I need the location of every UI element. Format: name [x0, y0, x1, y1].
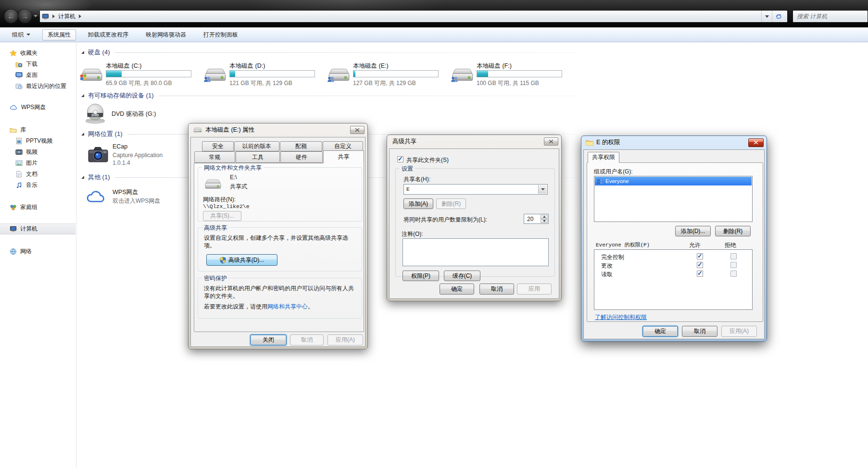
user-limit-spinner[interactable]: 20: [524, 214, 549, 224]
add-user-button[interactable]: 添加(D)...: [675, 226, 711, 236]
share-button[interactable]: 共享(S)...: [203, 211, 241, 221]
ecap-name: ECap: [113, 143, 127, 150]
read-allow-checkbox[interactable]: [697, 271, 703, 277]
drive-item-d[interactable]: 本地磁盘 (D:) 121 GB 可用, 共 129 GB: [203, 62, 325, 86]
close-button[interactable]: [748, 138, 764, 147]
tab-share-permissions[interactable]: 共享权限: [588, 152, 619, 163]
drive-item-e[interactable]: 本地磁盘 (E:) 127 GB 可用, 共 129 GB: [327, 62, 448, 86]
change-allow-checkbox[interactable]: [697, 262, 703, 268]
capacity-bar: [353, 70, 439, 77]
section-title: 硬盘 (4): [88, 48, 110, 57]
full-control-deny-checkbox[interactable]: [730, 253, 737, 259]
toolbar-organize[interactable]: 组织: [7, 29, 36, 40]
user-row-everyone[interactable]: Everyone: [595, 177, 752, 185]
sidebar-divider: [76, 42, 76, 468]
users-listbox[interactable]: Everyone: [594, 176, 753, 222]
tab-customize[interactable]: 自定义: [323, 141, 363, 151]
sidebar-item-pptv-video[interactable]: PPTV视频: [0, 135, 75, 147]
combo-dropdown-button[interactable]: [538, 185, 547, 194]
sidebar-item-favorites[interactable]: 收藏夹: [0, 48, 75, 59]
network-sharing-center-link[interactable]: 网络和共享中心: [267, 303, 308, 310]
drive-item-f[interactable]: 本地磁盘 (F:) 100 GB 可用, 共 115 GB: [451, 62, 572, 86]
properties-dialog-titlebar[interactable]: 本地磁盘 (E:) 属性: [189, 123, 367, 136]
back-button[interactable]: ←: [4, 9, 18, 24]
caching-button[interactable]: 缓存(C): [444, 271, 480, 281]
button-label: 高级共享(D)...: [228, 256, 264, 264]
ok-button[interactable]: 确定: [440, 283, 474, 295]
forward-button[interactable]: →: [18, 9, 32, 24]
read-deny-checkbox[interactable]: [730, 271, 737, 277]
drive-item-c[interactable]: 本地磁盘 (C:) 65.9 GB 可用, 共 80.0 GB: [80, 62, 201, 86]
cancel-button[interactable]: 取消: [682, 326, 717, 337]
tab-hardware[interactable]: 硬件: [280, 151, 323, 163]
recent-pages-dropdown-icon[interactable]: [34, 15, 38, 17]
sidebar-item-documents[interactable]: 文档: [0, 169, 75, 180]
remove-user-button[interactable]: 删除(R): [715, 226, 751, 236]
hint-suffix: 。: [308, 303, 314, 310]
advanced-sharing-titlebar[interactable]: 高级共享: [387, 135, 561, 148]
sidebar-label: PPTV视频: [26, 137, 52, 145]
toolbar-map-network-drive[interactable]: 映射网络驱动器: [140, 29, 191, 40]
address-history-dropdown[interactable]: [761, 11, 772, 22]
password-protection-group: 密码保护 没有此计算机的用户帐户和密码的用户可以访问与所有人共享的文件夹。 若要…: [198, 278, 362, 319]
sidebar-item-homegroup[interactable]: 家庭组: [0, 202, 75, 213]
permissions-listbox[interactable]: 完全控制 更改 读取: [594, 249, 753, 310]
tab-sharing[interactable]: 共享: [323, 150, 364, 163]
capacity-fill: [477, 71, 488, 77]
sidebar-item-music[interactable]: 音乐: [0, 180, 75, 191]
apply-button[interactable]: 应用(A): [327, 334, 363, 345]
sidebar-item-desktop[interactable]: 桌面: [0, 70, 75, 81]
tab-security[interactable]: 安全: [202, 141, 234, 151]
apply-button[interactable]: 应用(A): [721, 326, 757, 337]
sidebar-item-downloads[interactable]: 下载: [0, 59, 75, 70]
dvd-drive-item[interactable]: DVD 驱动器 (G:): [82, 102, 207, 126]
sidebar-item-wps-cloud[interactable]: WPS网盘: [0, 102, 75, 113]
toolbar-uninstall-program[interactable]: 卸载或更改程序: [83, 29, 134, 40]
user-name: Everyone: [605, 178, 629, 184]
tab-tools[interactable]: 工具: [236, 151, 280, 163]
change-deny-checkbox[interactable]: [730, 262, 737, 268]
network-path-value: \\Qlzx_like2\e: [203, 203, 250, 209]
advanced-sharing-button[interactable]: 高级共享(D)...: [206, 254, 277, 266]
full-control-allow-checkbox[interactable]: [697, 253, 703, 259]
sidebar-item-network[interactable]: 网络: [0, 246, 75, 257]
comment-textarea[interactable]: [403, 238, 549, 266]
remove-share-button[interactable]: 删除(R): [436, 198, 466, 209]
spinner-up-button[interactable]: [541, 215, 548, 219]
permissions-button[interactable]: 权限(P): [403, 271, 439, 281]
close-button[interactable]: [350, 126, 365, 134]
cancel-button[interactable]: 取消: [290, 334, 324, 345]
share-name-combobox[interactable]: E: [403, 184, 548, 195]
cancel-button[interactable]: 取消: [479, 283, 514, 295]
sidebar-item-computer[interactable]: 计算机: [0, 223, 75, 234]
sidebar-item-recent-places[interactable]: 最近访问的位置: [0, 81, 75, 92]
refresh-button[interactable]: [772, 11, 785, 22]
share-this-folder-checkbox[interactable]: [397, 156, 403, 162]
sidebar-label: 下载: [26, 60, 38, 68]
close-icon: [754, 140, 758, 145]
sidebar-item-pictures[interactable]: 图片: [0, 158, 75, 169]
tab-quota[interactable]: 配额: [280, 141, 322, 151]
toolbar-open-control-panel[interactable]: 打开控制面板: [198, 29, 243, 40]
search-box[interactable]: [793, 10, 868, 23]
advanced-sharing-dialog: 高级共享 共享此文件夹(S) 设置 共享名(H): E 添加(A) 删除(R) …: [387, 135, 562, 301]
ok-button[interactable]: 确定: [642, 326, 678, 337]
tab-general[interactable]: 常规: [194, 151, 235, 163]
close-dialog-button[interactable]: 关闭: [250, 334, 287, 345]
section-header-removable[interactable]: 有可移动存储的设备 (1): [81, 91, 577, 100]
learn-about-permissions-link[interactable]: 了解访问控制和权限: [595, 313, 647, 321]
permissions-dialog-titlebar[interactable]: E 的权限: [581, 136, 767, 149]
add-share-button[interactable]: 添加(A): [403, 198, 433, 209]
close-button[interactable]: [544, 137, 558, 146]
spinner-down-button[interactable]: [541, 219, 548, 223]
tab-previous-versions[interactable]: 以前的版本: [234, 141, 279, 151]
breadcrumb-computer[interactable]: 计算机: [58, 12, 75, 21]
section-header-harddisks[interactable]: 硬盘 (4): [81, 48, 577, 57]
breadcrumb-chevron-icon[interactable]: [79, 14, 81, 18]
toolbar-system-properties[interactable]: 系统属性: [42, 29, 76, 40]
address-bar[interactable]: 计算机: [39, 10, 788, 23]
search-input[interactable]: [797, 13, 864, 20]
apply-button[interactable]: 应用: [517, 283, 552, 295]
sidebar-item-videos[interactable]: 视频: [0, 147, 75, 158]
sidebar-item-libraries[interactable]: 库: [0, 124, 75, 135]
